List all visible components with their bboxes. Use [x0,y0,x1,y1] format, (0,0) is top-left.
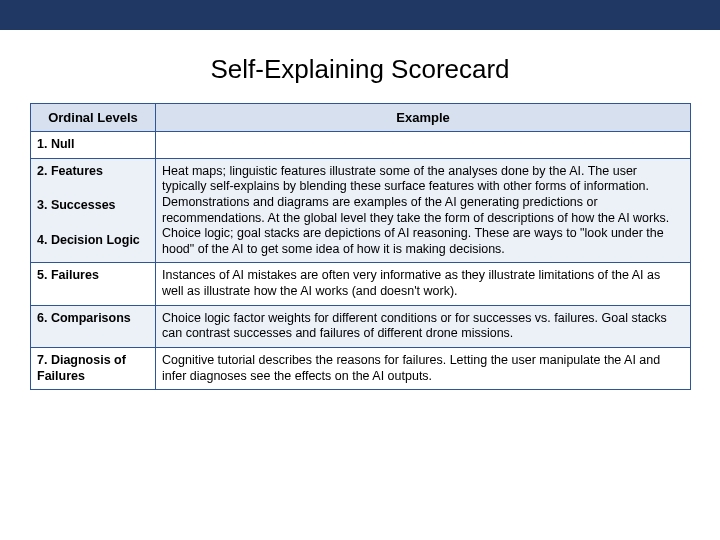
header-example: Example [156,104,691,132]
row-label-failures: 5. Failures [31,263,156,305]
page-title: Self-Explaining Scorecard [0,54,720,85]
row-label-comparisons: 6. Comparisons [31,305,156,347]
scorecard-table: Ordinal Levels Example 1. Null 2. Featur… [30,103,691,390]
row-example-failures: Instances of AI mistakes are often very … [156,263,691,305]
row-label-decision-logic: 4. Decision Logic [31,228,156,263]
row-example-null [156,132,691,159]
row-label-null: 1. Null [31,132,156,159]
table-row: 7. Diagnosis of Failures Cognitive tutor… [31,347,691,389]
row-example-diagnosis: Cognitive tutorial describes the reasons… [156,347,691,389]
row-label-successes: 3. Successes [31,193,156,227]
row-example-comparisons: Choice logic factor weights for differen… [156,305,691,347]
table-row: 5. Failures Instances of AI mistakes are… [31,263,691,305]
row-label-diagnosis: 7. Diagnosis of Failures [31,347,156,389]
table-row: 6. Comparisons Choice logic factor weigh… [31,305,691,347]
table-row: 2. Features Heat maps; linguistic featur… [31,158,691,193]
table-header-row: Ordinal Levels Example [31,104,691,132]
row-label-features: 2. Features [31,158,156,193]
row-example-merged: Heat maps; linguistic features illustrat… [156,158,691,263]
header-ordinal: Ordinal Levels [31,104,156,132]
table-row: 1. Null [31,132,691,159]
slide-topbar [0,0,720,30]
scorecard-table-wrap: Ordinal Levels Example 1. Null 2. Featur… [30,103,690,390]
